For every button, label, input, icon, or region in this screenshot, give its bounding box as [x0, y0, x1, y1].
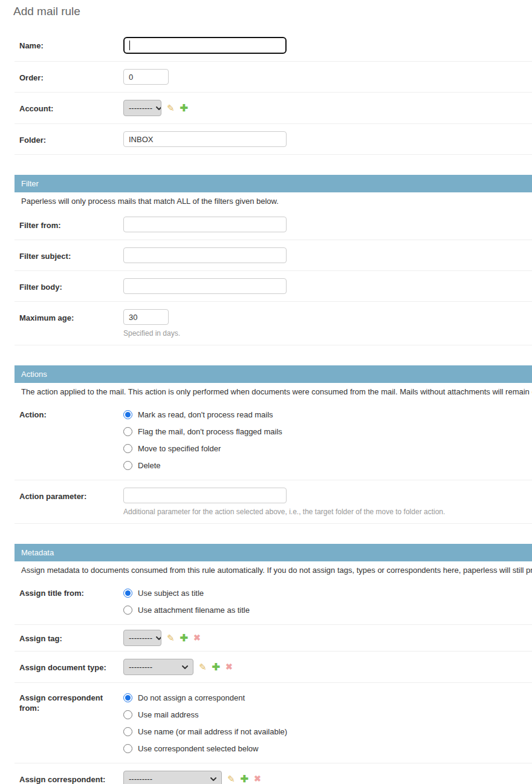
form-row-folder: Folder: [15, 124, 532, 155]
action-label: Action: [19, 406, 123, 420]
assign-tag-select-value: --------- [129, 633, 152, 642]
form-row-assign-document-type: Assign document type: --------- ✎ ✚ ✖ [15, 652, 532, 683]
add-icon[interactable]: ✚ [180, 633, 188, 642]
add-icon[interactable]: ✚ [180, 103, 188, 113]
assign-document-type-label: Assign document type: [19, 659, 123, 673]
chevron-down-icon [156, 636, 161, 640]
delete-icon[interactable]: ✖ [225, 662, 233, 671]
actions-section-header: Actions [15, 365, 532, 383]
action-radio-mark-read[interactable] [123, 410, 132, 419]
filter-body-label: Filter body: [19, 278, 123, 292]
assign-correspondent-radio-name[interactable] [123, 727, 132, 736]
assign-title-radio-filename[interactable] [123, 606, 132, 615]
filter-from-label: Filter from: [19, 217, 123, 230]
account-select[interactable]: --------- [123, 100, 161, 116]
assign-correspondent-label: Assign correspondent: [19, 771, 123, 784]
edit-icon[interactable]: ✎ [167, 103, 175, 113]
chevron-down-icon [210, 777, 216, 781]
chevron-down-icon [182, 665, 188, 669]
delete-icon[interactable]: ✖ [193, 633, 201, 642]
order-label: Order: [19, 69, 123, 83]
assign-correspondent-select-value: --------- [129, 774, 152, 783]
filter-section-description: Paperless will only process mails that m… [15, 192, 532, 209]
assign-title-option-label: Use attachment filename as title [138, 606, 250, 615]
form-row-maximum-age: Maximum age: Specified in days. [15, 302, 532, 345]
action-parameter-help: Additional parameter for the action sele… [123, 508, 445, 516]
assign-document-type-select-value: --------- [129, 662, 152, 671]
maximum-age-input[interactable] [123, 309, 169, 325]
form-row-order: Order: [15, 62, 532, 93]
add-icon[interactable]: ✚ [212, 662, 220, 671]
edit-icon[interactable]: ✎ [167, 633, 175, 642]
action-option-mark-read[interactable]: Mark as read, don't process read mails [123, 406, 282, 423]
assign-correspondent-option-none[interactable]: Do not assign a correspondent [123, 689, 287, 706]
action-option-delete[interactable]: Delete [123, 457, 282, 474]
assign-tag-select[interactable]: --------- [123, 630, 161, 646]
form-row-assign-title-from: Assign title from: Use subject as title … [15, 578, 532, 625]
action-radio-move[interactable] [123, 444, 132, 453]
edit-icon[interactable]: ✎ [227, 774, 235, 783]
assign-correspondent-option-label: Do not assign a correspondent [138, 693, 245, 702]
form-row-assign-correspondent: Assign correspondent: --------- ✎ ✚ ✖ [15, 763, 532, 784]
name-label: Name: [19, 37, 123, 51]
assign-correspondent-select[interactable]: --------- [123, 771, 222, 784]
assign-title-radio-subject[interactable] [123, 589, 132, 598]
action-parameter-input[interactable] [123, 488, 287, 503]
assign-correspondent-option-label: Use correspondent selected below [138, 744, 258, 753]
assign-correspondent-option-name[interactable]: Use name (or mail address if not availab… [123, 723, 287, 740]
folder-input[interactable] [123, 131, 287, 147]
form-row-assign-tag: Assign tag: --------- ✎ ✚ ✖ [15, 625, 532, 652]
edit-icon[interactable]: ✎ [199, 662, 207, 671]
filter-from-input[interactable] [123, 217, 287, 232]
action-option-label: Flag the mail, don't process flagged mai… [138, 427, 282, 436]
form-row-action: Action: Mark as read, don't process read… [15, 400, 532, 480]
assign-correspondent-radio-selected-below[interactable] [123, 744, 132, 753]
delete-icon[interactable]: ✖ [254, 774, 261, 783]
filter-section-header: Filter [15, 175, 532, 192]
maximum-age-label: Maximum age: [19, 309, 123, 323]
form-row-name: Name: [15, 30, 532, 62]
action-radio-delete[interactable] [123, 461, 132, 470]
metadata-section-description: Assign metadata to documents consumed fr… [15, 561, 532, 578]
assign-correspondent-option-label: Use mail address [138, 710, 198, 719]
action-parameter-label: Action parameter: [19, 488, 123, 501]
action-option-label: Mark as read, don't process read mails [138, 410, 273, 419]
assign-tag-label: Assign tag: [19, 630, 123, 644]
add-icon[interactable]: ✚ [241, 774, 248, 783]
form-row-assign-correspondent-from: Assign correspondent from: Do not assign… [15, 683, 532, 763]
assign-correspondent-from-label: Assign correspondent from: [19, 689, 123, 713]
filter-subject-input[interactable] [123, 247, 287, 263]
fieldset-main: Name: Order: Account: --------- ✎ ✚ Fo [15, 30, 532, 155]
assign-document-type-select[interactable]: --------- [123, 659, 193, 675]
action-option-flag[interactable]: Flag the mail, don't process flagged mai… [123, 423, 282, 440]
action-option-label: Move to specified folder [138, 444, 221, 453]
action-radio-flag[interactable] [123, 427, 132, 436]
account-select-value: --------- [129, 103, 152, 113]
actions-section-description: The action applied to the mail. This act… [15, 383, 532, 400]
assign-title-from-label: Assign title from: [19, 584, 123, 598]
assign-title-option-label: Use subject as title [138, 589, 204, 598]
assign-correspondent-option-mail-address[interactable]: Use mail address [123, 706, 287, 723]
assign-correspondent-option-selected-below[interactable]: Use correspondent selected below [123, 740, 287, 757]
text-cursor [129, 41, 130, 50]
name-input[interactable] [123, 37, 287, 54]
maximum-age-help: Specified in days. [123, 329, 180, 338]
form-row-filter-subject: Filter subject: [15, 240, 532, 271]
form-row-filter-body: Filter body: [15, 271, 532, 302]
assign-correspondent-radio-mail-address[interactable] [123, 710, 132, 719]
action-option-move[interactable]: Move to specified folder [123, 440, 282, 457]
assign-correspondent-radio-none[interactable] [123, 693, 132, 702]
metadata-section-header: Metadata [15, 544, 532, 561]
order-input[interactable] [123, 69, 169, 85]
assign-title-option-filename[interactable]: Use attachment filename as title [123, 601, 250, 618]
filter-body-input[interactable] [123, 278, 287, 294]
assign-title-option-subject[interactable]: Use subject as title [123, 584, 250, 601]
fieldset-filter: Filter Paperless will only process mails… [15, 175, 532, 345]
filter-subject-label: Filter subject: [19, 247, 123, 261]
form-row-account: Account: --------- ✎ ✚ [15, 93, 532, 124]
chevron-down-icon [156, 106, 161, 110]
form-row-action-parameter: Action parameter: Additional parameter f… [15, 480, 532, 524]
fieldset-actions: Actions The action applied to the mail. … [15, 365, 532, 524]
action-option-label: Delete [138, 461, 161, 470]
account-label: Account: [19, 100, 123, 114]
